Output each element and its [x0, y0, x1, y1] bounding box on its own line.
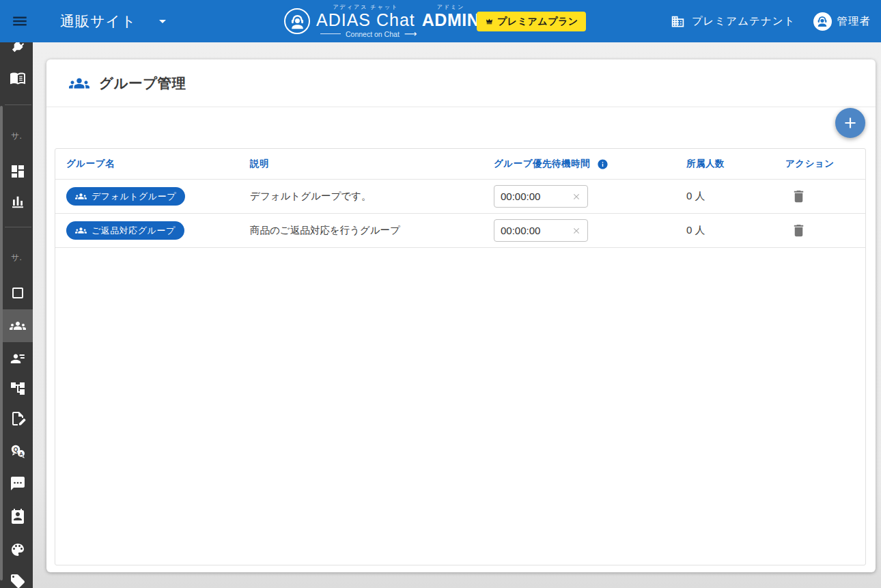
group-description: 商品のご返品対応を行うグループ: [250, 224, 494, 237]
group-description: デフォルトグループです。: [250, 190, 494, 203]
edit-note-icon: [10, 410, 26, 427]
tenant-type-badge: プレミアムテナント: [671, 14, 796, 29]
agent-icon: [815, 14, 829, 28]
tenant-selector[interactable]: 通販サイト: [60, 0, 171, 42]
sidebar-item-tags[interactable]: [10, 573, 26, 588]
delete-group-button[interactable]: [791, 223, 809, 238]
close-icon: [572, 192, 581, 201]
tagline-arrow-icon: ⟶: [404, 31, 417, 38]
info-icon: [597, 158, 609, 170]
page-title: グループ管理: [99, 74, 186, 93]
logo-text: アディアス チャット ADIAS Chat アドミン ADMIN Connect…: [316, 5, 479, 38]
wait-time-input[interactable]: [501, 225, 569, 236]
logo-product-name: ADIAS Chat: [316, 12, 415, 29]
card-header: グループ管理: [46, 59, 876, 107]
sidebar-divider: [5, 104, 31, 105]
palette-icon: [10, 542, 26, 558]
groups-table: グループ名 説明 グループ優先待機時間 所属人数 アクション デフォルトグループ: [55, 148, 866, 565]
groups-icon: [75, 225, 87, 236]
col-header-group-name: グループ名: [66, 158, 250, 170]
chevron-down-icon: [154, 13, 171, 29]
member-count: 0 人: [686, 190, 785, 203]
plus-icon: [841, 114, 859, 132]
dashboard-icon: [10, 163, 26, 180]
groups-icon: [69, 73, 89, 94]
sidebar-item-groups[interactable]: [10, 318, 26, 334]
main-content: グループ管理 グループ名 説明 グループ優先待機時間 所属人数 アクション: [33, 42, 881, 588]
groups-icon: [75, 191, 87, 202]
chat-icon: [10, 475, 26, 492]
app-bar-right: プレミアムテナント 管理者: [671, 0, 871, 42]
menu-icon: [11, 12, 29, 30]
sidebar-item-chat[interactable]: [10, 475, 26, 492]
tag-edit-icon: [10, 573, 26, 588]
schedule-icon: [10, 508, 26, 524]
groups-icon: [10, 318, 26, 334]
sidebar-item-operators[interactable]: [10, 350, 26, 367]
wait-time-info-button[interactable]: [597, 158, 609, 170]
sidebar-item-edit-note[interactable]: [10, 410, 26, 427]
app-logo[interactable]: アディアス チャット ADIAS Chat アドミン ADMIN Connect…: [284, 4, 479, 38]
building-icon: [671, 14, 685, 29]
wait-time-input[interactable]: [501, 191, 569, 202]
table-row: ご返品対応グループ 商品のご返品対応を行うグループ 0 人: [55, 214, 865, 248]
sidebar-item-analytics[interactable]: [10, 193, 26, 210]
wait-time-field: [494, 185, 588, 208]
manual-book-icon: [10, 70, 26, 86]
sidebar-item-plug[interactable]: [10, 42, 26, 55]
logo-admin-furigana: アドミン: [437, 5, 465, 10]
trash-icon: [791, 188, 807, 204]
sidebar-section-label: サ.: [0, 130, 33, 142]
bar-chart-icon: [10, 193, 26, 210]
window-icon: [10, 285, 26, 301]
sidebar-item-dashboard[interactable]: [10, 163, 26, 180]
close-icon: [572, 226, 581, 236]
col-header-actions: アクション: [785, 158, 865, 170]
col-header-wait-time-label: グループ優先待機時間: [494, 158, 590, 170]
sidebar-item-schedule[interactable]: [10, 508, 26, 524]
sidebar-divider: [5, 227, 31, 227]
table-row: デフォルトグループ デフォルトグループです。 0 人: [55, 180, 865, 214]
logo-product-furigana: アディアス チャット: [333, 5, 398, 10]
sidebar-item-window[interactable]: [10, 285, 26, 301]
hamburger-menu-button[interactable]: [10, 12, 29, 30]
clear-wait-time-button[interactable]: [572, 192, 581, 201]
trash-icon: [791, 223, 807, 238]
sidebar-scrollbar[interactable]: [0, 106, 3, 580]
clear-wait-time-button[interactable]: [572, 226, 581, 236]
sidebar-item-qa[interactable]: [10, 443, 26, 460]
user-menu[interactable]: 管理者: [813, 12, 871, 31]
group-management-card: グループ管理 グループ名 説明 グループ優先待機時間 所属人数 アクション: [46, 59, 876, 572]
sidebar-item-manual[interactable]: [10, 70, 26, 86]
sidebar-section-label: サ.: [0, 252, 33, 264]
delete-group-button[interactable]: [791, 188, 809, 204]
app-bar: 通販サイト アディアス チャット ADIAS Chat アドミン ADMIN C…: [0, 0, 881, 42]
sidebar-item-design[interactable]: [10, 542, 26, 558]
operator-icon: [10, 350, 26, 367]
wait-time-field: [494, 219, 588, 242]
group-name-chip: ご返品対応グループ: [66, 221, 184, 240]
col-header-members: 所属人数: [686, 158, 785, 170]
qa-icon: [10, 443, 26, 460]
group-name-label: デフォルトグループ: [92, 191, 176, 203]
sidebar: サ. サ.: [0, 42, 33, 588]
logo-tagline: Connect on Chat ⟶: [320, 30, 479, 38]
add-group-fab[interactable]: [835, 108, 865, 138]
sidebar-item-org-tree[interactable]: [10, 380, 26, 397]
plug-icon: [10, 42, 26, 55]
group-name-label: ご返品対応グループ: [92, 225, 176, 237]
org-tree-icon: [10, 380, 26, 397]
tenant-type-label: プレミアムテナント: [692, 14, 796, 29]
group-name-chip: デフォルトグループ: [66, 187, 185, 206]
col-header-wait-time: グループ優先待機時間: [494, 158, 686, 170]
tagline-line: [320, 33, 341, 35]
logo-admin-name: ADMIN: [422, 12, 479, 29]
user-avatar: [813, 12, 832, 31]
premium-plan-label: プレミアムプラン: [497, 16, 578, 28]
table-header-row: グループ名 説明 グループ優先待機時間 所属人数 アクション: [55, 149, 865, 180]
logo-agent-icon: [284, 8, 310, 34]
tagline-text: Connect on Chat: [346, 30, 400, 38]
user-name: 管理者: [837, 14, 871, 29]
premium-plan-button[interactable]: プレミアムプラン: [477, 12, 586, 31]
member-count: 0 人: [686, 224, 785, 237]
